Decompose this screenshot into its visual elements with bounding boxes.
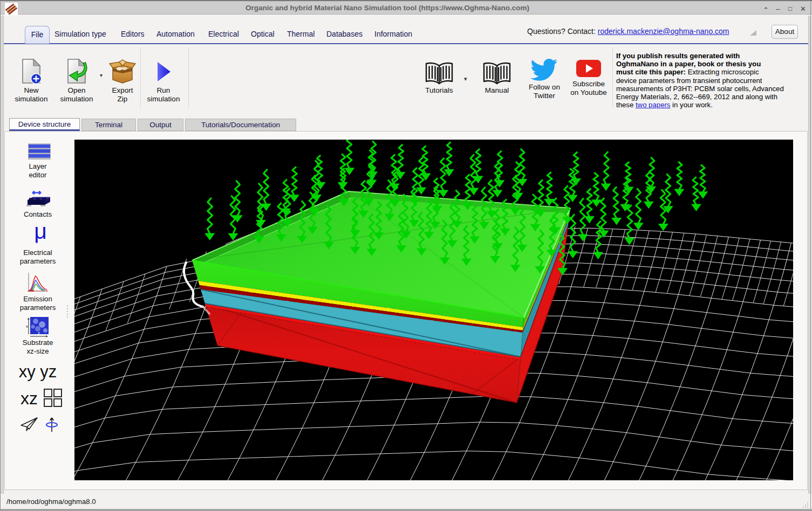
svg-text:z: z xyxy=(38,330,40,335)
svg-text:x: x xyxy=(26,324,28,329)
